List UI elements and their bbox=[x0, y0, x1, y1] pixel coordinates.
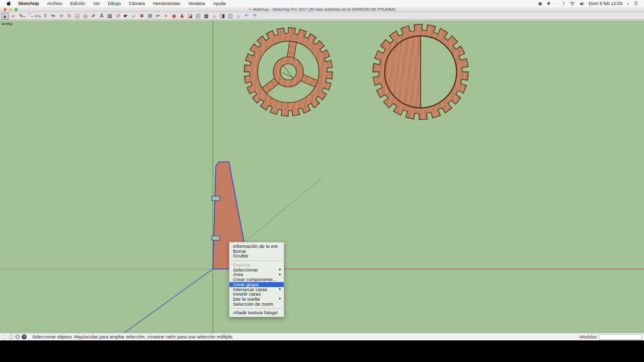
app-extra-icon[interactable]: ❖ bbox=[546, 0, 550, 7]
arc-tool[interactable]: ⌒ bbox=[25, 13, 33, 20]
model-scene[interactable] bbox=[0, 21, 644, 333]
menu-item-intersecar-caras[interactable]: Intersecar caras bbox=[229, 287, 284, 292]
view-right-button[interactable]: ◨ bbox=[218, 13, 226, 20]
rotate-tool[interactable]: ↻ bbox=[65, 13, 73, 20]
move-tool[interactable]: ✛ bbox=[57, 13, 65, 20]
context-menu: Información de la entidad Borrar Ocultar… bbox=[229, 242, 284, 317]
clock-dim-icon[interactable]: ◔ bbox=[555, 0, 557, 7]
menu-item-seleccion-de-zoom[interactable]: Selección de zoom bbox=[229, 302, 284, 307]
view-iso-button[interactable]: ◰ bbox=[194, 13, 202, 20]
menu-ventana[interactable]: Ventana bbox=[184, 1, 209, 6]
tape-measure-tool[interactable]: ✐ bbox=[90, 13, 98, 20]
offset-tool[interactable]: ◎ bbox=[82, 13, 90, 20]
menu-item-seleccionar[interactable]: Seleccionar bbox=[229, 267, 284, 273]
statusbar: i●? Seleccionar objetos. Mayúsculas para… bbox=[0, 333, 644, 340]
menubar-status-area: ◉ ❖ ◔ ᛒ Dom 5 feb 12:03 ⌕ ☰ bbox=[538, 0, 640, 7]
credits-info-icon[interactable]: i bbox=[9, 334, 14, 339]
menu-item-borrar[interactable]: Borrar bbox=[229, 249, 284, 254]
zoom-extents-tool[interactable]: ✖ bbox=[138, 13, 146, 20]
bluetooth-icon[interactable]: ᛒ bbox=[562, 0, 565, 7]
zoom-window-tool[interactable]: ⊞ bbox=[146, 13, 154, 20]
menu-item-ocultar[interactable]: Ocultar bbox=[229, 253, 284, 258]
menubar-clock[interactable]: Dom 5 feb 12:03 bbox=[589, 1, 622, 6]
view-name-label: Arriba bbox=[2, 22, 12, 26]
spotlight-icon[interactable]: ⌕ bbox=[627, 0, 629, 7]
measurements-label: Medidas bbox=[580, 334, 597, 339]
menu-sketchup[interactable]: SketchUp bbox=[14, 1, 43, 6]
screen-record-icon[interactable]: ◉ bbox=[538, 0, 542, 7]
shapes-tool[interactable]: ▭ bbox=[33, 13, 41, 20]
undo-button[interactable]: ↶ bbox=[243, 13, 251, 20]
minimize-window-button[interactable] bbox=[9, 8, 12, 11]
eraser-tool[interactable]: ▰ bbox=[9, 13, 17, 20]
push-pull-tool[interactable]: ⇧ bbox=[41, 13, 49, 20]
menu-dibujo[interactable]: Dibujo bbox=[104, 1, 125, 6]
window-title: sketchup - SketchUp Pro 2017 (30 días re… bbox=[253, 7, 395, 12]
menu-separator[interactable] bbox=[230, 260, 283, 261]
view-top-button[interactable]: ▦ bbox=[202, 13, 210, 20]
window-title-wrap: ➤ sketchup - SketchUp Pro 2017 (30 días … bbox=[249, 7, 395, 12]
apple-logo-icon bbox=[6, 1, 11, 7]
select-tool[interactable]: ➤ bbox=[1, 13, 9, 20]
previous-view-tool[interactable]: ↩ bbox=[154, 13, 162, 20]
window-controls bbox=[4, 8, 18, 11]
menu-camara[interactable]: Cámara bbox=[125, 1, 149, 6]
toolbar: ➤ ▰ ✎ ⌒ ▭ ⇧ ↬ ✛ ↻ ◱ ◎ ✐ bbox=[0, 12, 644, 20]
scale-tool[interactable]: ◱ bbox=[73, 13, 82, 20]
zoom-tool[interactable]: ⌕ bbox=[130, 13, 138, 20]
geolocation-icon[interactable] bbox=[2, 334, 7, 339]
menu-edicion[interactable]: Edición bbox=[66, 1, 90, 6]
text-tool[interactable]: A bbox=[98, 13, 106, 20]
redo-button[interactable]: ↷ bbox=[251, 13, 259, 20]
zoom-window-button[interactable] bbox=[15, 8, 18, 11]
view-home-button[interactable]: ⌂ bbox=[234, 13, 243, 20]
notification-center-icon[interactable]: ☰ bbox=[634, 0, 638, 7]
measurements-input[interactable] bbox=[599, 334, 642, 340]
measurements-box: Medidas bbox=[580, 334, 642, 340]
statusbar-icons: i●? bbox=[2, 334, 28, 339]
view-back-button[interactable]: ◫ bbox=[226, 13, 234, 20]
menu-item-area[interactable]: Área bbox=[229, 272, 284, 277]
position-camera-tool[interactable]: ⌖ bbox=[162, 13, 170, 20]
menu-item-dar-la-vuelta[interactable]: Dar la vuelta bbox=[229, 297, 284, 302]
wifi-icon[interactable] bbox=[570, 2, 575, 6]
close-window-button[interactable] bbox=[4, 8, 7, 11]
menu-item-explotar[interactable]: Explotar bbox=[229, 262, 284, 267]
volume-icon[interactable] bbox=[580, 2, 584, 6]
menu-item-informacion-entidad[interactable]: Información de la entidad bbox=[229, 244, 284, 249]
help-icon[interactable]: ? bbox=[22, 334, 27, 339]
orbit-tool[interactable]: ↺ bbox=[114, 13, 122, 20]
drawing-canvas[interactable]: Arriba Información de la entidad Borrar … bbox=[0, 21, 644, 333]
screen: SketchUpArchivoEdiciónVerDibujoCámaraHer… bbox=[0, 0, 644, 362]
menu-item-crear-grupo[interactable]: Crear grupo bbox=[229, 282, 284, 287]
menu-herramientas[interactable]: Herramientas bbox=[149, 1, 184, 6]
walk-tool[interactable]: ♟ bbox=[178, 13, 186, 20]
paint-bucket-tool[interactable]: ▨ bbox=[106, 13, 114, 20]
apple-menu[interactable] bbox=[4, 1, 14, 7]
menu-item-invertir-caras[interactable]: Invertir caras bbox=[229, 292, 284, 297]
follow-me-tool[interactable]: ↬ bbox=[49, 13, 57, 20]
menu-item-crear-componente[interactable]: Crear componente... bbox=[229, 277, 284, 282]
menu-ayuda[interactable]: Ayuda bbox=[209, 1, 229, 6]
status-message: Seleccionar objetos. Mayúsculas para amp… bbox=[32, 334, 233, 339]
sketchup-window: SketchUpArchivoEdiciónVerDibujoCámaraHer… bbox=[0, 0, 644, 340]
sign-in-icon[interactable]: ● bbox=[15, 334, 20, 339]
menu-archivo[interactable]: Archivo bbox=[43, 1, 66, 6]
view-front-button[interactable]: ⌂ bbox=[210, 13, 218, 20]
menu-separator[interactable] bbox=[230, 308, 283, 309]
section-plane-tool[interactable]: ◪ bbox=[186, 13, 194, 20]
look-around-tool[interactable]: ◉ bbox=[170, 13, 178, 20]
window-titlebar[interactable]: ➤ sketchup - SketchUp Pro 2017 (30 días … bbox=[0, 7, 644, 12]
menubar-items: SketchUpArchivoEdiciónVerDibujoCámaraHer… bbox=[14, 1, 230, 6]
macos-menubar: SketchUpArchivoEdiciónVerDibujoCámaraHer… bbox=[0, 0, 644, 7]
menu-ver[interactable]: Ver bbox=[89, 1, 104, 6]
cursor-doc-icon: ➤ bbox=[248, 8, 252, 12]
menu-item-anadir-textura[interactable]: Añadir textura fotográfica... bbox=[229, 310, 284, 315]
pan-tool[interactable]: ☛ bbox=[122, 13, 130, 20]
line-tool[interactable]: ✎ bbox=[17, 13, 25, 20]
